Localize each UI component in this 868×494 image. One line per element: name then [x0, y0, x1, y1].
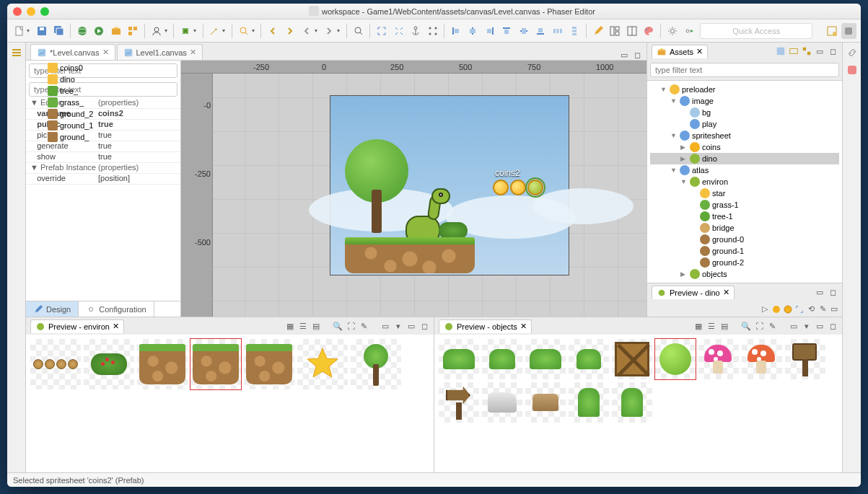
next-edit-button[interactable] — [282, 23, 297, 39]
pd-new[interactable]: ▭ — [829, 304, 839, 314]
pd-min[interactable]: ▭ — [815, 287, 825, 297]
maximize-view-button[interactable]: ◻ — [632, 50, 642, 60]
edit-button[interactable] — [590, 23, 605, 39]
zoom-button[interactable] — [351, 23, 366, 39]
anchor-button[interactable] — [408, 23, 423, 39]
thumb-ground-2[interactable] — [244, 339, 294, 389]
assets-node[interactable]: bridge — [650, 222, 839, 234]
assets-node[interactable]: ▼spritesheet — [650, 130, 839, 141]
layout-button[interactable] — [608, 23, 623, 39]
property-row[interactable]: ▼ Prefab Instance(properties) — [26, 163, 180, 174]
grid-button[interactable] — [425, 23, 440, 39]
user-button[interactable] — [149, 23, 164, 39]
thumb-shrub-1[interactable] — [439, 339, 479, 379]
assets-tree[interactable]: ▼preloader▼imagebgplay▼spritesheet▶coins… — [647, 80, 842, 283]
quick-access-input[interactable]: Quick Access — [700, 23, 812, 39]
po-clear[interactable]: ✎ — [767, 321, 777, 331]
align-center-h-button[interactable] — [465, 23, 481, 39]
pe-clear[interactable]: ✎ — [359, 321, 369, 331]
close-icon[interactable]: ✕ — [102, 48, 109, 57]
assets-node[interactable]: bg — [650, 107, 839, 118]
assets-node[interactable]: ground-0 — [650, 234, 839, 245]
canvas-viewport[interactable]: -25002505007501000 -0-250-500 — [181, 61, 646, 317]
search-button[interactable] — [236, 23, 251, 39]
po-zoom[interactable]: 🔍 — [741, 321, 751, 331]
po-fit[interactable]: ⛶ — [754, 321, 764, 331]
outline-tree[interactable]: coins0dinotree_grass_ground_2ground_1gro… — [26, 61, 97, 144]
close-icon[interactable]: ✕ — [723, 288, 729, 297]
po-menu[interactable]: ▾ — [802, 321, 812, 331]
editor-tab[interactable]: *Level.canvas✕ — [30, 44, 115, 60]
prev-edit-button[interactable] — [265, 23, 280, 39]
coins-group[interactable] — [493, 180, 543, 195]
save-all-button[interactable] — [51, 23, 66, 39]
close-icon[interactable]: ✕ — [190, 48, 196, 57]
pd-coin2[interactable] — [783, 304, 793, 314]
outline-node[interactable]: ground_ — [29, 131, 94, 143]
assets-node[interactable]: ▼preloader — [650, 84, 839, 95]
panel-button[interactable] — [624, 23, 639, 39]
distribute-v-button[interactable] — [567, 23, 582, 39]
pd-reset[interactable]: ⟲ — [806, 304, 816, 314]
pe-menu[interactable]: ▾ — [393, 321, 403, 331]
po-max[interactable]: ◻ — [828, 321, 838, 331]
assets-node[interactable]: play — [650, 118, 839, 130]
close-icon[interactable]: ✕ — [696, 47, 703, 56]
close-window-button[interactable] — [13, 7, 22, 16]
pe-list[interactable]: ☰ — [298, 321, 308, 331]
palette-trim-icon[interactable] — [846, 64, 858, 76]
save-button[interactable] — [34, 23, 49, 39]
assets-tb-1[interactable] — [776, 46, 786, 56]
zoom-window-button[interactable] — [40, 7, 49, 16]
outline-trim-icon[interactable] — [11, 47, 22, 58]
pe-min[interactable]: ▭ — [406, 321, 416, 331]
assets-node[interactable]: ▼environ — [650, 176, 839, 188]
assets-node[interactable]: ▶dino — [650, 153, 839, 164]
outline-node[interactable]: ground_2 — [29, 108, 94, 120]
thumb-bush[interactable] — [84, 339, 134, 389]
perspective-button-2[interactable] — [841, 23, 856, 39]
pe-max[interactable]: ◻ — [419, 321, 429, 331]
assets-min[interactable]: ▭ — [815, 46, 825, 56]
close-icon[interactable]: ✕ — [520, 322, 527, 331]
pd-clear[interactable]: ✎ — [817, 304, 828, 314]
pe-tiles[interactable]: ▤ — [311, 321, 321, 331]
forward-button[interactable] — [322, 23, 337, 39]
back-button[interactable] — [299, 23, 314, 39]
assets-node[interactable]: ground-2 — [650, 257, 839, 268]
coins2-sprite[interactable] — [527, 180, 543, 195]
close-icon[interactable]: ✕ — [113, 322, 119, 331]
globe-button[interactable] — [74, 23, 89, 39]
align-right-button[interactable] — [482, 23, 497, 39]
thumb-shrub-3[interactable] — [525, 339, 566, 379]
align-left-button[interactable] — [448, 23, 463, 39]
thumb-shrub-6[interactable] — [612, 382, 652, 423]
po-list[interactable]: ☰ — [706, 321, 716, 331]
preview-environ-body[interactable] — [26, 335, 434, 472]
assets-node[interactable]: ▶coins — [650, 141, 839, 153]
fit-button[interactable] — [391, 23, 406, 39]
run-button[interactable] — [92, 23, 107, 39]
outline-node[interactable]: grass_ — [29, 97, 94, 108]
assets-tb-3[interactable] — [802, 46, 812, 56]
design-tab[interactable]: Design — [26, 301, 79, 317]
property-row[interactable]: showtrue — [26, 152, 180, 163]
palette-button[interactable] — [641, 23, 657, 39]
pd-coin[interactable] — [771, 304, 781, 314]
assets-node[interactable]: tree-1 — [650, 211, 839, 222]
align-center-v-button[interactable] — [516, 23, 531, 39]
thumb-ground-1[interactable] — [190, 339, 241, 389]
atlas-button[interactable] — [126, 23, 141, 39]
assets-node[interactable]: ▼atlas — [650, 164, 839, 176]
outline-node[interactable]: tree_ — [29, 85, 94, 97]
wand-button[interactable] — [207, 23, 222, 39]
asset-pack-button[interactable] — [108, 23, 123, 39]
distribute-h-button[interactable] — [550, 23, 565, 39]
assets-max[interactable]: ◻ — [828, 46, 838, 56]
thumb-shrub-5[interactable] — [569, 382, 609, 423]
expand-button[interactable] — [374, 23, 389, 39]
outline-node[interactable]: dino — [29, 74, 94, 85]
thumb-stump[interactable] — [525, 382, 566, 423]
pe-new[interactable]: ▭ — [380, 321, 390, 331]
debug-button[interactable] — [177, 23, 193, 39]
